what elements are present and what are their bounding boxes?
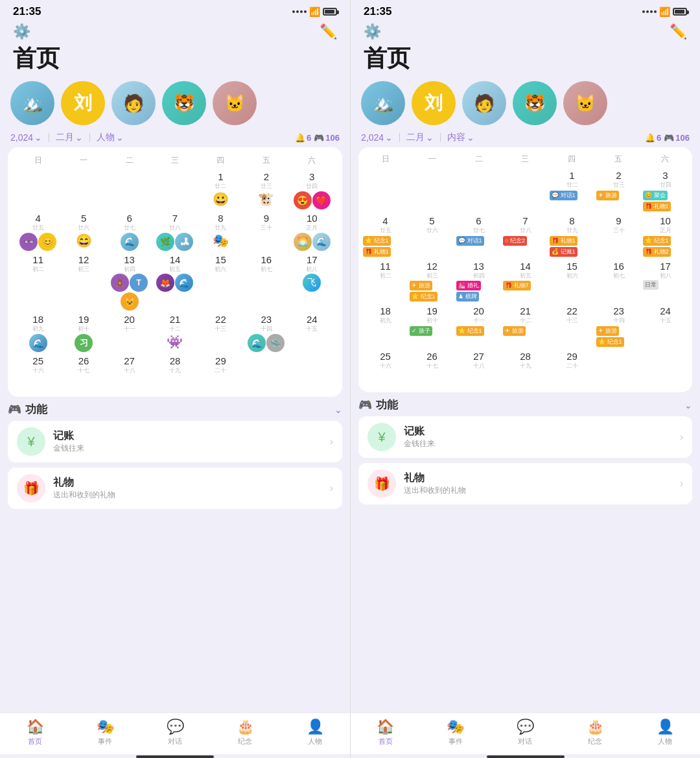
cal-cell-r[interactable] xyxy=(502,169,548,213)
cal-cell[interactable]: 29 二十 xyxy=(198,354,243,392)
cal-cell-r[interactable]: 16 初七 xyxy=(596,259,642,304)
cal-cell-r[interactable]: 19 初十 ✓ 孩子 xyxy=(409,304,455,349)
avatar-r1[interactable]: 🏔️ xyxy=(361,81,405,125)
cal-cell-r[interactable]: 26 十七 xyxy=(409,349,455,387)
cal-cell-r[interactable]: 17 初八 日常 xyxy=(642,259,688,304)
cal-cell-r[interactable]: 29 二十 xyxy=(549,349,595,387)
cal-cell-r[interactable]: 23 十四 ✈ 旅游 ⭐ 纪念1 xyxy=(596,304,642,349)
cal-cell[interactable]: 13 初四 🧸 T 🐱 xyxy=(107,253,152,313)
cal-cell[interactable] xyxy=(16,170,60,211)
cal-cell[interactable]: 15 初六 xyxy=(198,253,243,313)
cal-cell-r[interactable]: 7 廿八 ○ 纪念2 xyxy=(502,214,548,259)
cal-cell[interactable]: 8 廿九 🎭 xyxy=(198,211,243,252)
avatar-2[interactable]: 刘 xyxy=(61,81,105,125)
cal-cell[interactable]: 16 初七 xyxy=(244,253,288,313)
cal-cell-r[interactable]: 22 十三 xyxy=(549,304,595,349)
accounting-item-left[interactable]: ¥ 记账 金钱往来 › xyxy=(8,421,342,462)
cal-cell[interactable]: 10 正月 🌅 🌊 xyxy=(290,211,334,252)
avatar-4[interactable]: 🐯 xyxy=(162,81,206,125)
cal-cell[interactable]: 6 廿七 🌊 xyxy=(107,211,152,252)
cal-cell-r[interactable] xyxy=(642,349,688,387)
cal-cell[interactable]: 27 十八 xyxy=(107,354,152,392)
cal-cell-r[interactable]: 9 三十 xyxy=(596,214,642,259)
cal-cell-r[interactable] xyxy=(456,169,502,213)
cal-cell-r[interactable]: 2 廿三 ✈ 旅游 xyxy=(596,169,642,213)
cal-cell[interactable]: 23 十四 🌊 🛸 xyxy=(244,313,288,353)
cal-cell[interactable]: 28 十九 xyxy=(152,354,197,392)
gift-badge-left[interactable]: 🎮 106 xyxy=(314,133,340,143)
cal-cell[interactable]: 25 十六 xyxy=(16,354,60,392)
gift-item-left[interactable]: 🎁 礼物 送出和收到的礼物 › xyxy=(8,468,342,509)
view-filter-left[interactable]: 人物 ⌄ xyxy=(97,132,124,143)
cal-cell[interactable]: 12 初三 xyxy=(61,253,106,313)
tab-home-left[interactable]: 🏠 首页 xyxy=(19,718,51,746)
cal-cell-r[interactable]: 3 廿四 😊 聚会 🎁 礼物1 xyxy=(642,169,688,213)
month-filter-right[interactable]: 二月 ⌄ xyxy=(406,132,434,143)
cal-cell-r[interactable]: 14 初五 🎁 礼物7 xyxy=(502,259,548,304)
cal-cell-r[interactable]: 25 十六 xyxy=(362,349,408,387)
avatar-5[interactable]: 🐱 xyxy=(213,81,257,125)
cal-cell-r[interactable]: 13 初四 💒 婚礼 ♟ 棋牌 xyxy=(456,259,502,304)
gift-item-right[interactable]: 🎁 礼物 送出和收到的礼物 › xyxy=(358,463,692,504)
cal-cell[interactable]: 5 廿六 😄 xyxy=(61,211,106,252)
tab-events-left[interactable]: 🎭 事件 xyxy=(89,718,121,746)
tab-memorial-right[interactable]: 🎂 纪念 xyxy=(579,718,611,746)
cal-cell[interactable]: 26 十七 xyxy=(61,354,106,392)
cal-cell[interactable] xyxy=(152,170,197,211)
cal-cell-r[interactable]: 10 正月 ⭐ 纪念1 🎁 礼物2 xyxy=(642,214,688,259)
cal-cell-r[interactable]: 27 十八 xyxy=(456,349,502,387)
year-filter-left[interactable]: 2,024 ⌄ xyxy=(10,132,42,143)
cal-cell-r[interactable]: 12 初三 ✈ 旅游 ⭐ 纪念1 xyxy=(409,259,455,304)
cal-cell[interactable]: 11 初二 xyxy=(16,253,60,313)
cal-cell[interactable]: 22 十三 xyxy=(198,313,243,353)
cal-cell-r[interactable]: 11 初二 xyxy=(362,259,408,304)
cal-cell-r[interactable]: 6 廿七 💬 对话1 xyxy=(456,214,502,259)
cal-cell[interactable]: 19 初十 习 xyxy=(61,313,106,353)
cal-cell[interactable] xyxy=(61,170,106,211)
bell-badge-left[interactable]: 🔔 6 xyxy=(295,133,311,143)
accounting-item-right[interactable]: ¥ 记账 金钱往来 › xyxy=(358,416,692,458)
cal-cell[interactable]: 18 初九 🌊 xyxy=(16,313,60,353)
tab-chat-left[interactable]: 💬 对话 xyxy=(159,718,191,746)
year-filter-right[interactable]: 2,024 ⌄ xyxy=(361,132,393,143)
cal-cell[interactable]: 21 十二 👾 xyxy=(152,313,197,353)
chevron-icon-left[interactable]: ⌄ xyxy=(334,405,342,415)
tab-memorial-left[interactable]: 🎂 纪念 xyxy=(229,718,261,746)
cal-cell-r[interactable]: 28 十九 xyxy=(502,349,548,387)
cal-cell[interactable]: 2 廿三 🐮 xyxy=(244,170,288,211)
edit-icon-right[interactable]: ✏️ xyxy=(670,23,687,40)
gift-badge-right[interactable]: 🎮 106 xyxy=(664,133,690,143)
cal-cell-r[interactable]: 5 廿六 xyxy=(409,214,455,259)
cal-cell[interactable]: 4 廿五 👓 😊 xyxy=(16,211,60,252)
cal-cell[interactable] xyxy=(107,170,152,211)
cal-cell-r[interactable]: 15 初六 xyxy=(549,259,595,304)
cal-cell[interactable]: 3 廿四 😍 ❤️ xyxy=(290,170,334,211)
cal-cell-r[interactable] xyxy=(362,169,408,213)
avatar-1[interactable]: 🏔️ xyxy=(10,81,54,125)
cal-cell-r[interactable] xyxy=(596,349,642,387)
tab-chat-right[interactable]: 💬 对话 xyxy=(509,718,541,746)
cal-cell-r[interactable]: 8 廿九 🎁 礼物1 💰 记账1 xyxy=(549,214,595,259)
cal-cell[interactable]: 1 廿二 😀 xyxy=(198,170,243,211)
cal-cell-r[interactable]: 18 初九 xyxy=(362,304,408,349)
avatar-r4[interactable]: 🐯 xyxy=(513,81,557,125)
avatar-r5[interactable]: 🐱 xyxy=(563,81,607,125)
avatar-r2[interactable]: 刘 xyxy=(412,81,456,125)
cal-cell[interactable]: 20 十一 xyxy=(107,313,152,353)
month-filter-left[interactable]: 二月 ⌄ xyxy=(56,132,83,143)
cal-cell[interactable]: 14 初五 🦊 🌊 xyxy=(152,253,197,313)
tab-people-right[interactable]: 👤 人物 xyxy=(649,718,681,746)
cal-cell[interactable] xyxy=(290,354,334,392)
avatar-3[interactable]: 🧑 xyxy=(111,81,156,125)
tab-people-left[interactable]: 👤 人物 xyxy=(299,718,331,746)
tab-events-right[interactable]: 🎭 事件 xyxy=(439,718,472,746)
gear-icon-right[interactable]: ⚙️ xyxy=(364,23,381,40)
edit-icon-left[interactable]: ✏️ xyxy=(320,23,337,40)
view-filter-right[interactable]: 内容 ⌄ xyxy=(447,132,474,143)
tab-home-right[interactable]: 🏠 首页 xyxy=(369,718,402,746)
cal-cell[interactable]: 17 初八 飞 xyxy=(290,253,334,313)
cal-cell-r[interactable] xyxy=(409,169,455,213)
cal-cell-r[interactable]: 21 十二 ✈ 旅游 xyxy=(502,304,548,349)
cal-cell-r[interactable]: 20 十一 ⭐ 纪念1 xyxy=(456,304,502,349)
cal-cell-r[interactable]: 4 廿五 ⭐ 纪念1 🎁 礼物1 xyxy=(362,214,408,259)
